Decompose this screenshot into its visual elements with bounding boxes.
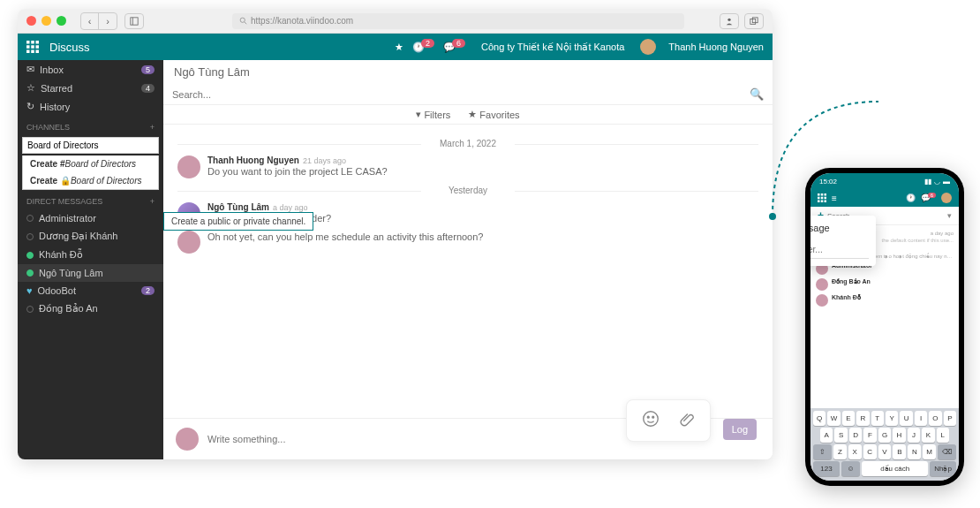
shield-icon[interactable] [720, 13, 739, 29]
menu-icon[interactable]: ≡ [832, 193, 837, 203]
key[interactable]: G [878, 428, 891, 443]
dm-item[interactable]: Ngô Tùng Lâm [18, 264, 163, 282]
add-channel-icon[interactable]: + [150, 123, 155, 132]
svg-point-4 [727, 18, 730, 20]
forward-icon[interactable]: › [99, 13, 117, 29]
key[interactable]: Q [813, 411, 825, 426]
key[interactable]: K [922, 428, 934, 443]
phone-statusbar: 15:02 ▮▮ ◡ ▬ [810, 173, 959, 189]
wifi-icon: ◡ [934, 178, 940, 186]
key[interactable]: R [856, 411, 869, 426]
key[interactable]: Nhập [930, 461, 956, 476]
svg-rect-24 [821, 197, 824, 200]
key[interactable]: D [849, 428, 862, 443]
tabs-icon[interactable] [744, 13, 764, 29]
key[interactable]: X [848, 444, 862, 459]
key[interactable]: dấu cách [862, 461, 928, 476]
titlebar-right [720, 13, 764, 29]
filter-icon[interactable]: ▾ [947, 211, 952, 220]
key[interactable]: Z [833, 444, 847, 459]
key[interactable]: ⌫ [938, 444, 956, 459]
key[interactable]: S [834, 428, 847, 443]
key[interactable]: N [908, 444, 921, 459]
sidebar-label: Inbox [40, 64, 64, 75]
message: Oh not yet, can you help me schedule an … [177, 231, 758, 254]
svg-rect-20 [818, 193, 820, 196]
minimize-window-icon[interactable] [41, 16, 51, 26]
add-dm-icon[interactable]: + [150, 197, 155, 206]
star-icon[interactable]: ★ [395, 42, 403, 53]
avatar [816, 278, 828, 291]
key[interactable]: 123 [813, 461, 840, 476]
filter-row: ▾ Filters ★ Favorites [163, 105, 773, 125]
key[interactable]: I [915, 411, 927, 426]
phone-conversation[interactable]: Khánh Đỗ [816, 294, 954, 307]
key[interactable]: ☺ [841, 461, 860, 476]
filters-button[interactable]: ▾ Filters [416, 109, 450, 120]
key[interactable]: T [871, 411, 884, 426]
dm-item[interactable]: Administrator [18, 209, 163, 227]
apps-icon[interactable] [26, 41, 39, 53]
channel-input[interactable] [22, 137, 159, 154]
key[interactable]: ⇧ [813, 444, 832, 459]
phone-navbar: ≡ 🕐 💬6 [810, 189, 959, 207]
activity-icon[interactable]: 🕐 [906, 193, 916, 202]
key[interactable]: A [820, 428, 833, 443]
key[interactable]: L [937, 428, 949, 443]
favorites-button[interactable]: ★ Favorites [468, 109, 519, 120]
phone-avatar[interactable] [941, 193, 952, 203]
phone-conversation[interactable]: Đồng Bảo An [816, 278, 954, 291]
messages-icon[interactable]: 💬6 [921, 193, 936, 202]
create-public-channel[interactable]: Create #Board of Directors [23, 155, 158, 172]
dm-item[interactable]: Khánh Đỗ [18, 246, 163, 264]
user-name[interactable]: Thanh Huong Nguyen [668, 42, 764, 52]
user-avatar[interactable] [640, 39, 656, 55]
apps-icon[interactable] [818, 190, 826, 206]
key[interactable]: U [900, 411, 912, 426]
dm-item[interactable]: Đồng Bảo An [18, 299, 163, 318]
sidebar-starred[interactable]: ☆ Starred 4 [18, 79, 163, 97]
key[interactable]: H [893, 428, 905, 443]
message-thread: March 1, 2022 Thanh Huong Nguyen21 days … [163, 125, 773, 418]
key[interactable]: E [842, 411, 855, 426]
maximize-window-icon[interactable] [57, 16, 66, 26]
svg-rect-12 [36, 45, 40, 49]
key[interactable]: C [863, 444, 877, 459]
starred-count: 4 [141, 84, 155, 93]
key[interactable]: V [878, 444, 892, 459]
emoji-icon[interactable] [641, 409, 660, 432]
search-icon[interactable]: 🔍 [750, 87, 764, 101]
svg-rect-25 [825, 197, 827, 200]
close-window-icon[interactable] [26, 16, 36, 26]
url-bar[interactable]: https://kanota.viindoo.com [232, 13, 684, 29]
back-icon[interactable]: ‹ [81, 13, 99, 29]
msg-author: Ngô Tùng Lâm [207, 202, 269, 212]
dm-item[interactable]: ♥OdooBot2 [18, 282, 163, 299]
key[interactable]: P [944, 411, 956, 426]
activity-icon[interactable]: 🕐2 [412, 42, 434, 53]
svg-rect-23 [818, 197, 820, 200]
attachment-icon[interactable] [676, 409, 696, 432]
key[interactable]: J [908, 428, 920, 443]
log-button[interactable]: Log [723, 419, 757, 440]
user-search-input[interactable] [810, 241, 869, 259]
key[interactable]: W [827, 411, 840, 426]
app-navbar: Discuss ★ 🕐2 💬6 Công ty Thiết kế Nội thấ… [18, 34, 773, 60]
dm-item[interactable]: Dương Đại Khánh [18, 227, 163, 246]
sidebar-toggle-icon[interactable] [124, 13, 144, 29]
msg-author: Thanh Huong Nguyen [207, 155, 299, 165]
company-name[interactable]: Công ty Thiết kế Nội thất Kanota [481, 42, 624, 53]
sidebar-history[interactable]: ↻ History [18, 97, 163, 116]
search-input[interactable] [172, 89, 750, 100]
key[interactable]: O [929, 411, 941, 426]
create-private-channel[interactable]: Create 🔒Board of Directors [23, 172, 158, 189]
svg-point-16 [644, 412, 659, 427]
key[interactable]: F [863, 428, 876, 443]
date-separator: Yesterday [177, 186, 758, 195]
key[interactable]: B [893, 444, 906, 459]
messages-icon[interactable]: 💬6 [443, 42, 465, 53]
key[interactable]: Y [886, 411, 898, 426]
dm-name: OdooBot [38, 285, 76, 296]
key[interactable]: M [923, 444, 936, 459]
sidebar-inbox[interactable]: ✉ Inbox 5 [18, 60, 163, 79]
